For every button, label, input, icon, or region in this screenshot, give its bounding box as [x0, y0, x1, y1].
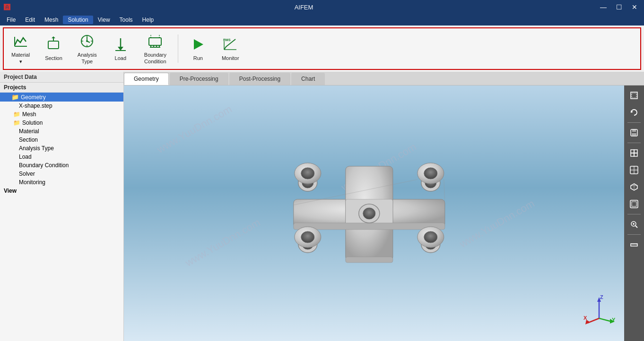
axes-indicator: Z X Y — [583, 292, 616, 327]
menu-view[interactable]: View — [93, 16, 115, 24]
run-icon — [190, 36, 207, 53]
watermark-1: www.YuuDnn.com — [155, 103, 234, 156]
svg-marker-4 — [52, 36, 55, 38]
monitor-icon: RMS — [222, 36, 239, 53]
tree-item-section[interactable]: Section — [0, 136, 123, 144]
tree-item-mesh[interactable]: 📁 Mesh — [0, 110, 123, 119]
svg-point-48 — [301, 168, 314, 179]
svg-text:Z: Z — [600, 294, 603, 300]
rt-btn-ruler[interactable] — [626, 237, 642, 253]
rt-btn-1[interactable] — [626, 87, 642, 103]
app-icon: 🅰 — [4, 3, 10, 11]
app-title: AIFEM — [10, 4, 597, 11]
svg-line-81 — [635, 226, 637, 228]
svg-rect-66 — [632, 129, 636, 132]
toolbar-boundary-condition[interactable]: BoundaryCondition — [140, 31, 170, 67]
right-content: Geometry Pre-Processing Post-Processing … — [124, 72, 644, 341]
boundary-condition-label: BoundaryCondition — [144, 51, 166, 65]
tree-item-material[interactable]: Material — [0, 127, 123, 136]
geometry-label: Geometry — [21, 94, 46, 101]
tab-geometry[interactable]: Geometry — [124, 73, 169, 85]
material-label: Material▾ — [11, 51, 30, 65]
tree-item-monitoring[interactable]: Monitoring — [0, 178, 123, 187]
run-label: Run — [193, 55, 203, 61]
toolbar-material[interactable]: Material▾ — [8, 31, 34, 67]
boundary-condition-icon — [147, 33, 164, 50]
viewport: www.YuuDnn.com www.YuuDnn.com www.YuuDnn… — [124, 85, 644, 341]
analysis-type-label: AnalysisType — [78, 51, 97, 65]
minimize-button[interactable]: — — [597, 3, 609, 11]
svg-rect-78 — [630, 200, 638, 208]
mesh-label: Mesh — [22, 111, 36, 118]
tree-item-solver[interactable]: Solver — [0, 170, 123, 178]
toolbar-analysis-type[interactable]: AnalysisType — [74, 31, 101, 67]
rt-btn-frame[interactable] — [626, 196, 642, 212]
toolbar-section[interactable]: Section — [41, 34, 66, 63]
solution-label: Solution — [22, 119, 43, 126]
menu-mesh[interactable]: Mesh — [40, 16, 63, 24]
svg-text:Y: Y — [612, 317, 616, 323]
svg-text:RMS: RMS — [223, 38, 231, 42]
svg-rect-71 — [634, 153, 637, 156]
rt-btn-refresh[interactable] — [626, 104, 642, 120]
rt-btn-cube[interactable] — [626, 179, 642, 195]
toolbar-run[interactable]: Run — [186, 34, 210, 63]
section-icon — [45, 36, 62, 53]
rt-sep-2 — [627, 143, 641, 143]
menu-file[interactable]: File — [2, 16, 20, 24]
close-button[interactable]: ✕ — [629, 3, 640, 11]
svg-point-8 — [86, 40, 88, 42]
load-label: Load — [115, 55, 126, 61]
rt-btn-save[interactable] — [626, 125, 642, 141]
menu-tools[interactable]: Tools — [115, 16, 138, 24]
solution-folder-icon: 📁 — [13, 119, 20, 126]
toolbar-monitor[interactable]: RMS Monitor — [218, 34, 243, 63]
tree-item-view[interactable]: View — [0, 187, 123, 195]
toolbar-separator — [178, 34, 178, 63]
svg-rect-31 — [294, 223, 445, 230]
section-label: Section — [45, 55, 62, 61]
svg-rect-63 — [632, 93, 636, 98]
main-layout: Project Data Projects 📁 Geometry X-shape… — [0, 72, 644, 341]
tree-item-boundary-condition[interactable]: Boundary Condition — [0, 161, 123, 170]
tab-post-processing[interactable]: Post-Processing — [229, 73, 290, 85]
load-icon — [112, 36, 129, 53]
svg-rect-32 — [346, 257, 393, 263]
tab-pre-processing[interactable]: Pre-Processing — [170, 73, 228, 85]
tree-item-analysis-type[interactable]: Analysis Type — [0, 144, 123, 153]
left-panel: Project Data Projects 📁 Geometry X-shape… — [0, 72, 124, 341]
titlebar: 🅰 AIFEM — ☐ ✕ — [0, 0, 644, 14]
menu-solution[interactable]: Solution — [63, 16, 93, 24]
right-toolbar — [624, 85, 644, 341]
geometry-folder-icon: 📁 — [11, 94, 19, 101]
rt-sep-4 — [627, 234, 641, 235]
analysis-type-icon — [78, 33, 96, 50]
tree-item-load[interactable]: Load — [0, 153, 123, 161]
rt-sep-3 — [627, 214, 641, 214]
svg-line-59 — [599, 318, 612, 322]
tree-item-geometry[interactable]: 📁 Geometry — [0, 93, 123, 102]
svg-rect-67 — [632, 133, 636, 136]
svg-marker-24 — [194, 39, 203, 50]
window-controls: — ☐ ✕ — [597, 3, 640, 11]
maximize-button[interactable]: ☐ — [613, 3, 625, 11]
menu-help[interactable]: Help — [138, 16, 159, 24]
menu-edit[interactable]: Edit — [20, 16, 40, 24]
svg-marker-14 — [118, 47, 123, 51]
toolbar: Material▾ Section AnalysisType — [3, 27, 641, 70]
panel-header: Project Data — [0, 72, 123, 83]
svg-rect-68 — [631, 150, 634, 153]
rt-btn-zoom[interactable] — [626, 216, 642, 232]
svg-point-49 — [424, 231, 437, 243]
tab-chart[interactable]: Chart — [291, 73, 325, 85]
svg-rect-16 — [149, 38, 161, 45]
svg-text:X: X — [583, 315, 587, 321]
viewport-background: www.YuuDnn.com www.YuuDnn.com www.YuuDnn… — [124, 85, 644, 341]
rt-btn-box[interactable] — [626, 145, 642, 161]
rt-sep-1 — [627, 122, 641, 123]
tree-item-solution[interactable]: 📁 Solution — [0, 119, 123, 127]
rt-btn-view[interactable] — [626, 162, 642, 178]
toolbar-load[interactable]: Load — [108, 34, 133, 63]
material-icon — [12, 33, 29, 50]
tree-item-xshape[interactable]: X-shape.step — [0, 102, 123, 110]
